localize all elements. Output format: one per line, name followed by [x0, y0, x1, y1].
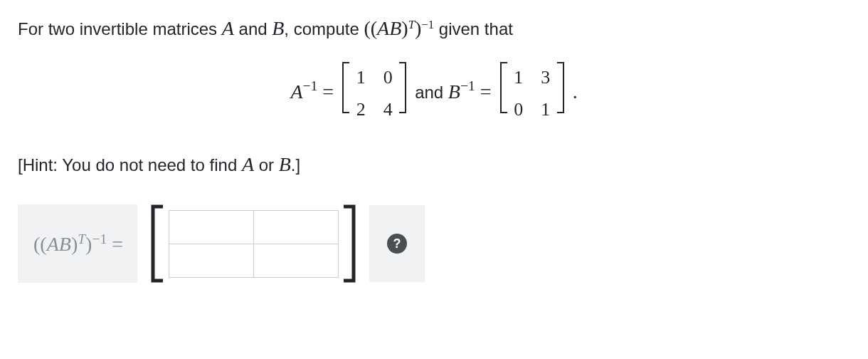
help-glyph: ?: [393, 235, 401, 253]
matrix-input-00[interactable]: [169, 210, 254, 244]
var-B: B: [272, 17, 284, 39]
hint-A: A: [242, 153, 254, 175]
A-inverse-matrix: 1 0 2 4: [342, 62, 407, 125]
eq2: =: [475, 80, 497, 103]
B-inv-11: 1: [539, 97, 552, 123]
text-suffix: given that: [434, 19, 513, 38]
A-inv-00: 1: [354, 65, 367, 90]
help-icon[interactable]: ?: [387, 234, 407, 254]
left-bracket-icon: [150, 204, 164, 283]
period: .: [573, 80, 578, 103]
matrix-input-11[interactable]: [253, 244, 339, 278]
problem-statement: For two invertible matrices A and B, com…: [18, 14, 850, 42]
B-inv-10: 0: [512, 97, 525, 123]
eq1: =: [317, 80, 339, 103]
text-and: and: [234, 19, 272, 38]
expr-close2: ): [415, 17, 421, 39]
expr-open: ((: [364, 17, 377, 39]
lbl-eq: =: [107, 233, 123, 255]
B-inv-00: 1: [512, 65, 525, 90]
A-label: A: [290, 80, 302, 103]
answer-label: ((AB)T)−1 =: [18, 204, 137, 283]
var-A: A: [222, 17, 234, 39]
A-sup: −1: [302, 79, 317, 94]
given-equation: A−1 = 1 0 2 4 and B−1 = 1 3 0 1 .: [18, 62, 850, 125]
right-bracket-icon: [342, 204, 356, 283]
right-bracket-icon: [398, 62, 407, 113]
lbl-open: ((: [33, 233, 47, 255]
lbl-cp: ): [71, 233, 78, 255]
hint-B: B: [279, 153, 291, 175]
A-inv-01: 0: [381, 65, 394, 90]
expr-T: T: [408, 18, 415, 31]
text-mid: , compute: [284, 19, 364, 38]
answer-area: ((AB)T)−1 = ?: [18, 196, 850, 291]
right-bracket-icon: [556, 62, 565, 113]
B-inverse-matrix: 1 3 0 1: [499, 62, 565, 125]
B-label: B: [448, 80, 460, 103]
hint-open: [Hint: You do not need to find: [18, 155, 242, 175]
lbl-T: T: [78, 231, 85, 246]
left-bracket-icon: [342, 62, 350, 113]
expr-AB: AB: [377, 17, 401, 39]
expr-neg1: −1: [421, 18, 434, 31]
text-prefix: For two invertible matrices: [18, 19, 222, 38]
help-panel: ?: [369, 205, 425, 282]
hint: [Hint: You do not need to find A or B.]: [18, 150, 850, 178]
expr-close-paren: ): [401, 17, 408, 39]
and-text: and: [415, 83, 448, 102]
left-bracket-icon: [499, 62, 508, 113]
B-inv-01: 3: [539, 65, 552, 90]
B-sup: −1: [460, 79, 475, 94]
matrix-input-01[interactable]: [253, 210, 339, 244]
lbl-AB: AB: [47, 233, 71, 255]
answer-matrix-input: [137, 196, 369, 291]
A-inv-10: 2: [354, 97, 367, 123]
hint-or: or: [254, 155, 279, 175]
hint-close: .]: [291, 155, 300, 175]
lbl-neg1: −1: [92, 231, 107, 246]
matrix-input-10[interactable]: [169, 244, 254, 278]
A-inv-11: 4: [381, 97, 394, 123]
